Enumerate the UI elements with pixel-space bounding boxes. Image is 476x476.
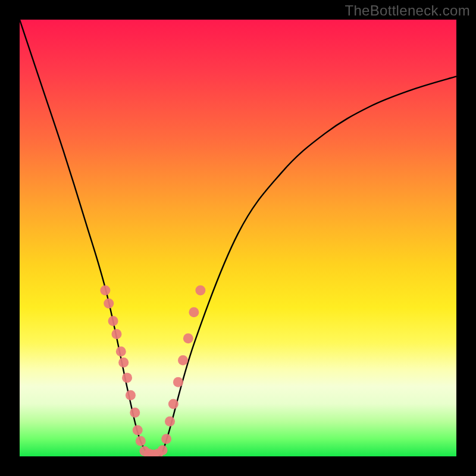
data-point <box>100 286 110 296</box>
data-point <box>133 425 143 435</box>
data-point <box>195 286 205 296</box>
data-point <box>158 445 168 455</box>
curve-layer <box>20 20 456 456</box>
scatter-markers <box>100 286 205 456</box>
data-point <box>126 390 136 400</box>
curve-path <box>20 20 456 456</box>
data-point <box>173 377 183 387</box>
data-point <box>189 307 199 317</box>
data-point <box>104 299 114 309</box>
data-point <box>168 399 178 409</box>
data-point <box>136 436 146 446</box>
data-point <box>111 329 121 339</box>
plot-area <box>20 20 456 456</box>
data-point <box>130 408 140 418</box>
watermark-text: TheBottleneck.com <box>345 2 470 19</box>
data-point <box>116 346 126 356</box>
chart-frame: TheBottleneck.com <box>0 0 476 476</box>
data-point <box>122 372 132 383</box>
data-point <box>108 316 118 326</box>
data-point <box>161 434 171 444</box>
data-point <box>118 358 129 368</box>
data-point <box>165 416 175 427</box>
data-point <box>183 333 193 343</box>
bottleneck-curve <box>20 20 456 456</box>
data-point <box>178 355 188 365</box>
